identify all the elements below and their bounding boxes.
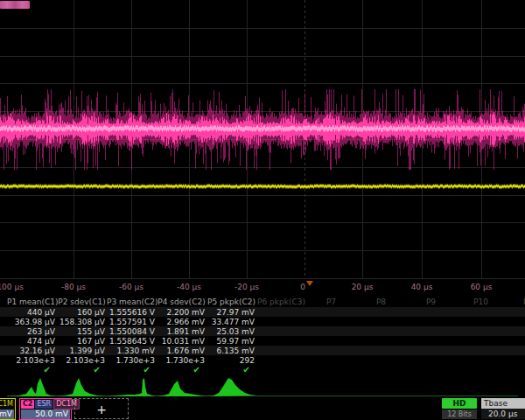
c2-channel-badge: C2 <box>21 400 34 409</box>
annotation-badge <box>0 1 30 9</box>
bottom-toolbar: DC1M 10.0 mV C2 ESR DC1M 50.0 mV + HD 12… <box>0 397 525 420</box>
hd-mode-badge[interactable]: HD <box>442 398 477 409</box>
axis-tick-label: -100 µs <box>0 283 24 291</box>
trigger-position-icon[interactable] <box>306 281 313 286</box>
measure-value: 2.103e+3 <box>57 356 105 365</box>
measure-value: 59.97 mV <box>206 337 255 346</box>
measure-header: P9 <box>406 298 456 306</box>
measure-value: 1.730e+3 <box>157 356 205 365</box>
measure-histicon-p4[interactable] <box>157 376 206 397</box>
measure-value: 440 µV <box>7 308 55 317</box>
measure-header: P7 <box>306 298 356 306</box>
measure-value: 167 µV <box>57 337 105 346</box>
axis-tick-label: 0 <box>300 283 305 291</box>
tbase-value: 20.0 µs <box>481 409 525 419</box>
channel-c2-descriptor[interactable]: C2 ESR DC1M 50.0 mV <box>19 398 72 420</box>
measure-value: 27.97 mV <box>206 308 255 317</box>
measure-header: P8 <box>356 298 406 306</box>
measure-value: 33.477 mV <box>206 318 255 326</box>
measure-header: P11 <box>506 298 525 306</box>
measure-value: 1.330 mV <box>107 346 155 355</box>
measure-value: 1.730e+3 <box>107 356 155 365</box>
tbase-label: Tbase <box>481 398 525 409</box>
measure-value: 1.676 mV <box>157 346 205 355</box>
measure-value: 2.966 mV <box>157 318 205 326</box>
axis-tick-label: 20 µs <box>352 283 374 291</box>
axis-tick-label: -40 µs <box>177 283 201 291</box>
timebase-descriptor[interactable]: Tbase 20.0 µs <box>481 398 525 420</box>
measure-value: 1.558645 V <box>107 337 155 346</box>
c1-coupling-label: DC1M <box>0 400 13 408</box>
measure-value: 25.03 mV <box>206 327 255 336</box>
measure-value: 1.891 mV <box>157 327 205 336</box>
measure-status-check-icon: ✔ <box>57 365 101 374</box>
axis-tick-label: 60 µs <box>471 283 493 291</box>
axis-tick-label: -20 µs <box>234 283 259 291</box>
c1-vdiv-value: 10.0 mV <box>0 410 14 419</box>
measure-value: 32.16 µV <box>7 346 55 355</box>
channel-c1-descriptor[interactable]: DC1M 10.0 mV <box>0 398 16 420</box>
measure-value: 2.200 mV <box>157 308 205 317</box>
measure-value: 158.308 µV <box>57 318 105 326</box>
axis-tick-label: -80 µs <box>61 283 86 291</box>
measure-value: 263 µV <box>7 327 55 336</box>
measure-status-check-icon: ✔ <box>157 365 200 374</box>
oscilloscope-screen: -100 µs-80 µs-60 µs-40 µs-20 µs020 µs40 … <box>0 0 525 420</box>
measure-table: P1 mean(C1)440 µV363.98 µV263 µV474 µV32… <box>0 296 525 376</box>
measure-value: 474 µV <box>7 337 55 346</box>
measure-header: P5 pkpk(C2) <box>206 298 256 306</box>
measure-value: 1.550084 V <box>107 327 155 336</box>
measure-value: 1.557591 V <box>107 318 155 326</box>
measure-value: 155 µV <box>57 327 105 336</box>
measure-value: 2.103e+3 <box>7 356 55 365</box>
measure-status-check-icon: ✔ <box>107 365 150 374</box>
axis-tick-label: -60 µs <box>119 283 144 291</box>
measure-value: 1.555616 V <box>107 308 155 317</box>
measure-value: 292 <box>206 356 255 365</box>
measure-header: P2 sdev(C1) <box>57 298 107 306</box>
measure-status-check-icon: ✔ <box>7 365 51 374</box>
measure-histicon-p1[interactable] <box>7 376 57 397</box>
c2-vdiv-value: 50.0 mV <box>21 410 70 419</box>
measure-value: 10.031 mV <box>157 337 205 346</box>
histicon-strip <box>0 376 525 397</box>
c2-eres-badge: ESR <box>35 400 52 409</box>
measure-header: P6 pkpk(C3) <box>256 298 306 306</box>
measure-header: P4 sdev(C2) <box>157 298 206 306</box>
measure-histicon-p3[interactable] <box>107 376 157 397</box>
timebase-axis: -100 µs-80 µs-60 µs-40 µs-20 µs020 µs40 … <box>0 278 525 297</box>
measure-value: 1.399 µV <box>57 346 105 355</box>
measure-header: P3 mean(C2) <box>107 298 157 306</box>
measure-value: 363.98 µV <box>7 318 55 326</box>
measure-value: 6.135 mV <box>206 346 255 355</box>
axis-tick-label: 40 µs <box>411 283 433 291</box>
measure-header: P10 <box>456 298 506 306</box>
measure-histicon-p2[interactable] <box>57 376 107 397</box>
measure-value: 160 µV <box>57 308 105 317</box>
hd-bits-label: 12 Bits <box>442 410 477 419</box>
measure-status-check-icon: ✔ <box>206 365 250 374</box>
measure-histicon-p5[interactable] <box>206 376 256 397</box>
add-trace-button[interactable]: + <box>74 398 129 419</box>
waveform-graticule[interactable] <box>0 0 525 278</box>
measure-header: P1 mean(C1) <box>7 298 57 306</box>
